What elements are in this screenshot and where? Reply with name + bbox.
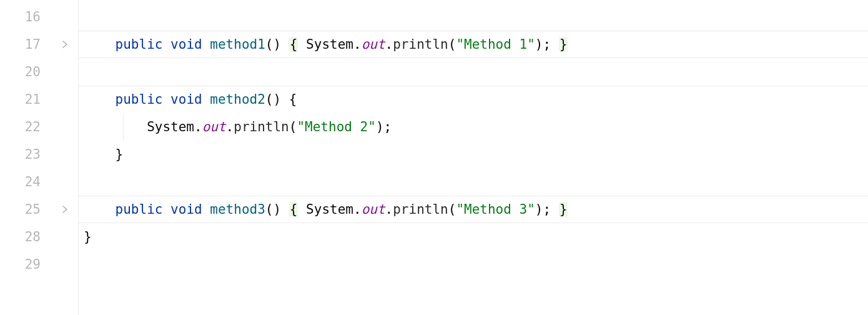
code-line[interactable]	[79, 58, 868, 86]
fold-toggle-icon[interactable]	[58, 206, 72, 213]
code-token: )	[535, 202, 543, 217]
gutter-row: 21	[0, 86, 78, 113]
code-token: void	[170, 37, 202, 52]
code-token	[281, 202, 289, 217]
code-token: .	[194, 119, 202, 134]
code-token: )	[535, 37, 543, 52]
code-token: out	[362, 202, 385, 217]
gutter-row: 20	[0, 58, 78, 86]
code-token: }	[559, 202, 568, 217]
code-token: .	[353, 37, 362, 52]
code-token: out	[202, 119, 226, 134]
line-number: 20	[0, 64, 58, 79]
code-token: (	[448, 37, 456, 52]
code-token	[281, 37, 289, 52]
code-token: method1	[210, 37, 265, 52]
code-token: System	[147, 119, 194, 134]
code-line[interactable]: public void method1() { System.out.print…	[79, 31, 868, 58]
gutter-row: 24	[0, 168, 78, 196]
code-line[interactable]	[79, 168, 868, 196]
code-token: "Method 2"	[297, 119, 375, 134]
line-number: 29	[0, 257, 58, 272]
code-token	[202, 202, 210, 217]
line-number: 25	[0, 202, 58, 217]
code-token	[84, 147, 116, 162]
code-token: println	[393, 37, 448, 52]
code-token	[298, 202, 306, 217]
code-area[interactable]: public void method1() { System.out.print…	[79, 0, 868, 315]
code-token: (	[289, 119, 297, 134]
code-token	[84, 92, 116, 107]
line-number: 17	[0, 37, 58, 52]
code-token: .	[385, 202, 393, 217]
line-number: 23	[0, 147, 58, 162]
code-line[interactable]	[79, 251, 868, 278]
code-line[interactable]	[79, 3, 868, 31]
code-token: System	[306, 202, 353, 217]
code-token	[84, 202, 116, 217]
code-token	[551, 37, 559, 52]
code-line[interactable]: }	[79, 223, 868, 251]
code-token: public	[116, 92, 163, 107]
indent-guide	[123, 113, 124, 141]
code-token	[162, 202, 170, 217]
line-number: 21	[0, 92, 58, 107]
gutter: 16172021222324252829	[0, 0, 79, 315]
code-token: }	[84, 229, 92, 244]
code-token: ;	[543, 37, 551, 52]
code-token: .	[226, 119, 234, 134]
code-token: ()	[265, 92, 281, 107]
code-token: ;	[543, 202, 551, 217]
gutter-row: 23	[0, 141, 78, 168]
gutter-row: 16	[0, 3, 78, 31]
code-token: "Method 3"	[456, 202, 535, 217]
code-token	[84, 119, 147, 134]
code-token: .	[353, 202, 362, 217]
code-token: out	[362, 37, 385, 52]
code-token	[202, 92, 210, 107]
code-line[interactable]: }	[79, 141, 868, 168]
line-number: 28	[0, 229, 58, 244]
line-number: 24	[0, 174, 58, 189]
code-token	[162, 92, 170, 107]
code-token: public	[116, 202, 163, 217]
code-token: ()	[265, 202, 281, 217]
code-token: ;	[384, 119, 392, 134]
line-number: 16	[0, 9, 58, 24]
code-token: )	[376, 119, 384, 134]
code-token: "Method 1"	[456, 37, 535, 52]
gutter-row: 25	[0, 196, 78, 223]
code-token: (	[448, 202, 456, 217]
code-token: void	[170, 202, 202, 217]
line-number: 22	[0, 119, 58, 134]
code-line[interactable]: public void method2() {	[79, 86, 868, 113]
code-line[interactable]: System.out.println("Method 2");	[79, 113, 868, 141]
gutter-row: 22	[0, 113, 78, 141]
code-token: method2	[210, 92, 265, 107]
fold-toggle-icon[interactable]	[58, 41, 72, 48]
gutter-row: 17	[0, 31, 78, 58]
code-token	[202, 37, 210, 52]
code-token	[162, 37, 170, 52]
gutter-row: 28	[0, 223, 78, 251]
code-token: System	[306, 37, 353, 52]
code-token: println	[393, 202, 448, 217]
code-token: .	[385, 37, 393, 52]
code-token	[84, 37, 116, 52]
code-token: {	[289, 92, 297, 107]
gutter-row: 29	[0, 251, 78, 278]
code-token: public	[116, 37, 163, 52]
code-token: ()	[265, 37, 281, 52]
code-token: void	[170, 92, 202, 107]
code-line[interactable]: public void method3() { System.out.print…	[79, 196, 868, 223]
code-token	[551, 202, 559, 217]
code-token: }	[559, 37, 568, 52]
code-editor[interactable]: 16172021222324252829 public void method1…	[0, 0, 868, 315]
code-token: method3	[210, 202, 265, 217]
code-token: {	[289, 37, 298, 52]
code-token	[281, 92, 289, 107]
code-token: println	[234, 119, 289, 134]
code-token: }	[116, 147, 124, 162]
code-token: {	[289, 202, 298, 217]
code-token	[298, 37, 306, 52]
